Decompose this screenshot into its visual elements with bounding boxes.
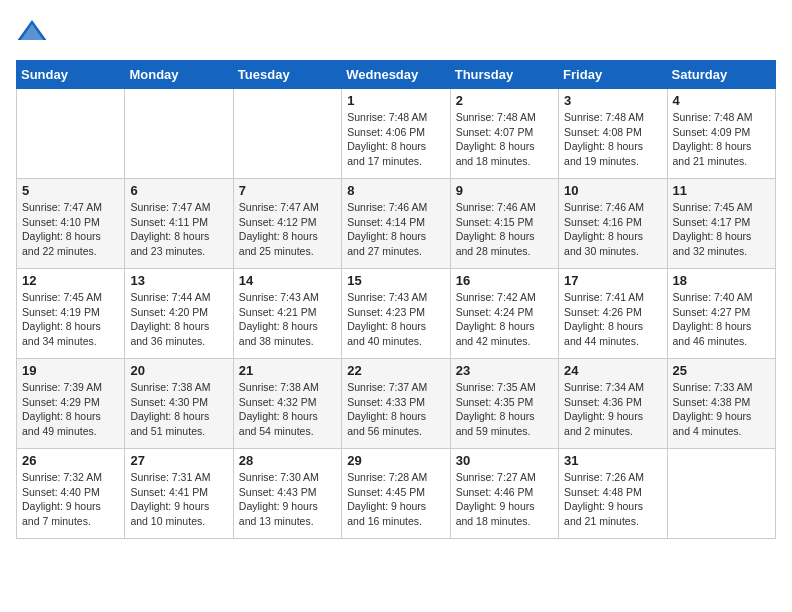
day-number: 15: [347, 273, 444, 288]
calendar-week-4: 19Sunrise: 7:39 AM Sunset: 4:29 PM Dayli…: [17, 359, 776, 449]
day-info: Sunrise: 7:43 AM Sunset: 4:23 PM Dayligh…: [347, 290, 444, 349]
day-info: Sunrise: 7:33 AM Sunset: 4:38 PM Dayligh…: [673, 380, 770, 439]
day-info: Sunrise: 7:48 AM Sunset: 4:07 PM Dayligh…: [456, 110, 553, 169]
calendar-cell: 9Sunrise: 7:46 AM Sunset: 4:15 PM Daylig…: [450, 179, 558, 269]
calendar-cell: 2Sunrise: 7:48 AM Sunset: 4:07 PM Daylig…: [450, 89, 558, 179]
calendar-header-wednesday: Wednesday: [342, 61, 450, 89]
day-number: 2: [456, 93, 553, 108]
calendar-cell: 31Sunrise: 7:26 AM Sunset: 4:48 PM Dayli…: [559, 449, 667, 539]
day-number: 8: [347, 183, 444, 198]
day-info: Sunrise: 7:47 AM Sunset: 4:11 PM Dayligh…: [130, 200, 227, 259]
day-info: Sunrise: 7:46 AM Sunset: 4:16 PM Dayligh…: [564, 200, 661, 259]
day-info: Sunrise: 7:46 AM Sunset: 4:15 PM Dayligh…: [456, 200, 553, 259]
calendar-cell: 17Sunrise: 7:41 AM Sunset: 4:26 PM Dayli…: [559, 269, 667, 359]
day-number: 4: [673, 93, 770, 108]
day-info: Sunrise: 7:40 AM Sunset: 4:27 PM Dayligh…: [673, 290, 770, 349]
calendar-header-friday: Friday: [559, 61, 667, 89]
calendar-cell: 12Sunrise: 7:45 AM Sunset: 4:19 PM Dayli…: [17, 269, 125, 359]
day-info: Sunrise: 7:37 AM Sunset: 4:33 PM Dayligh…: [347, 380, 444, 439]
day-info: Sunrise: 7:39 AM Sunset: 4:29 PM Dayligh…: [22, 380, 119, 439]
day-number: 6: [130, 183, 227, 198]
calendar-cell: 14Sunrise: 7:43 AM Sunset: 4:21 PM Dayli…: [233, 269, 341, 359]
day-number: 27: [130, 453, 227, 468]
calendar-cell: 7Sunrise: 7:47 AM Sunset: 4:12 PM Daylig…: [233, 179, 341, 269]
calendar-cell: 6Sunrise: 7:47 AM Sunset: 4:11 PM Daylig…: [125, 179, 233, 269]
day-number: 11: [673, 183, 770, 198]
day-info: Sunrise: 7:30 AM Sunset: 4:43 PM Dayligh…: [239, 470, 336, 529]
logo: [16, 16, 52, 48]
calendar-cell: [17, 89, 125, 179]
calendar-header-thursday: Thursday: [450, 61, 558, 89]
calendar-header-sunday: Sunday: [17, 61, 125, 89]
day-info: Sunrise: 7:38 AM Sunset: 4:32 PM Dayligh…: [239, 380, 336, 439]
calendar-cell: 27Sunrise: 7:31 AM Sunset: 4:41 PM Dayli…: [125, 449, 233, 539]
day-info: Sunrise: 7:32 AM Sunset: 4:40 PM Dayligh…: [22, 470, 119, 529]
day-info: Sunrise: 7:45 AM Sunset: 4:19 PM Dayligh…: [22, 290, 119, 349]
calendar-week-3: 12Sunrise: 7:45 AM Sunset: 4:19 PM Dayli…: [17, 269, 776, 359]
day-info: Sunrise: 7:31 AM Sunset: 4:41 PM Dayligh…: [130, 470, 227, 529]
day-number: 29: [347, 453, 444, 468]
day-number: 5: [22, 183, 119, 198]
day-number: 13: [130, 273, 227, 288]
day-number: 7: [239, 183, 336, 198]
calendar-cell: [233, 89, 341, 179]
calendar-cell: 15Sunrise: 7:43 AM Sunset: 4:23 PM Dayli…: [342, 269, 450, 359]
day-number: 16: [456, 273, 553, 288]
day-info: Sunrise: 7:44 AM Sunset: 4:20 PM Dayligh…: [130, 290, 227, 349]
calendar-header-tuesday: Tuesday: [233, 61, 341, 89]
calendar-cell: 11Sunrise: 7:45 AM Sunset: 4:17 PM Dayli…: [667, 179, 775, 269]
day-number: 14: [239, 273, 336, 288]
day-info: Sunrise: 7:48 AM Sunset: 4:09 PM Dayligh…: [673, 110, 770, 169]
calendar-week-5: 26Sunrise: 7:32 AM Sunset: 4:40 PM Dayli…: [17, 449, 776, 539]
day-info: Sunrise: 7:38 AM Sunset: 4:30 PM Dayligh…: [130, 380, 227, 439]
day-info: Sunrise: 7:28 AM Sunset: 4:45 PM Dayligh…: [347, 470, 444, 529]
day-number: 9: [456, 183, 553, 198]
calendar-cell: 1Sunrise: 7:48 AM Sunset: 4:06 PM Daylig…: [342, 89, 450, 179]
calendar-cell: 8Sunrise: 7:46 AM Sunset: 4:14 PM Daylig…: [342, 179, 450, 269]
calendar-cell: 20Sunrise: 7:38 AM Sunset: 4:30 PM Dayli…: [125, 359, 233, 449]
calendar-week-1: 1Sunrise: 7:48 AM Sunset: 4:06 PM Daylig…: [17, 89, 776, 179]
calendar-cell: [125, 89, 233, 179]
calendar-cell: [667, 449, 775, 539]
day-info: Sunrise: 7:34 AM Sunset: 4:36 PM Dayligh…: [564, 380, 661, 439]
calendar-cell: 24Sunrise: 7:34 AM Sunset: 4:36 PM Dayli…: [559, 359, 667, 449]
calendar-cell: 3Sunrise: 7:48 AM Sunset: 4:08 PM Daylig…: [559, 89, 667, 179]
day-number: 31: [564, 453, 661, 468]
calendar-cell: 30Sunrise: 7:27 AM Sunset: 4:46 PM Dayli…: [450, 449, 558, 539]
calendar-cell: 28Sunrise: 7:30 AM Sunset: 4:43 PM Dayli…: [233, 449, 341, 539]
calendar-cell: 26Sunrise: 7:32 AM Sunset: 4:40 PM Dayli…: [17, 449, 125, 539]
calendar-header-row: SundayMondayTuesdayWednesdayThursdayFrid…: [17, 61, 776, 89]
day-number: 23: [456, 363, 553, 378]
calendar-cell: 25Sunrise: 7:33 AM Sunset: 4:38 PM Dayli…: [667, 359, 775, 449]
day-number: 24: [564, 363, 661, 378]
day-info: Sunrise: 7:47 AM Sunset: 4:12 PM Dayligh…: [239, 200, 336, 259]
day-info: Sunrise: 7:26 AM Sunset: 4:48 PM Dayligh…: [564, 470, 661, 529]
day-number: 22: [347, 363, 444, 378]
day-number: 21: [239, 363, 336, 378]
calendar-cell: 23Sunrise: 7:35 AM Sunset: 4:35 PM Dayli…: [450, 359, 558, 449]
calendar-cell: 5Sunrise: 7:47 AM Sunset: 4:10 PM Daylig…: [17, 179, 125, 269]
day-number: 30: [456, 453, 553, 468]
calendar-cell: 29Sunrise: 7:28 AM Sunset: 4:45 PM Dayli…: [342, 449, 450, 539]
day-number: 3: [564, 93, 661, 108]
calendar-cell: 19Sunrise: 7:39 AM Sunset: 4:29 PM Dayli…: [17, 359, 125, 449]
day-number: 18: [673, 273, 770, 288]
day-info: Sunrise: 7:45 AM Sunset: 4:17 PM Dayligh…: [673, 200, 770, 259]
day-number: 1: [347, 93, 444, 108]
day-info: Sunrise: 7:48 AM Sunset: 4:06 PM Dayligh…: [347, 110, 444, 169]
day-info: Sunrise: 7:27 AM Sunset: 4:46 PM Dayligh…: [456, 470, 553, 529]
day-number: 28: [239, 453, 336, 468]
day-number: 17: [564, 273, 661, 288]
page-header: [16, 16, 776, 48]
logo-icon: [16, 16, 48, 48]
day-info: Sunrise: 7:47 AM Sunset: 4:10 PM Dayligh…: [22, 200, 119, 259]
day-number: 10: [564, 183, 661, 198]
day-info: Sunrise: 7:35 AM Sunset: 4:35 PM Dayligh…: [456, 380, 553, 439]
calendar-table: SundayMondayTuesdayWednesdayThursdayFrid…: [16, 60, 776, 539]
day-number: 26: [22, 453, 119, 468]
calendar-header-saturday: Saturday: [667, 61, 775, 89]
day-info: Sunrise: 7:46 AM Sunset: 4:14 PM Dayligh…: [347, 200, 444, 259]
calendar-cell: 16Sunrise: 7:42 AM Sunset: 4:24 PM Dayli…: [450, 269, 558, 359]
calendar-cell: 10Sunrise: 7:46 AM Sunset: 4:16 PM Dayli…: [559, 179, 667, 269]
calendar-cell: 22Sunrise: 7:37 AM Sunset: 4:33 PM Dayli…: [342, 359, 450, 449]
